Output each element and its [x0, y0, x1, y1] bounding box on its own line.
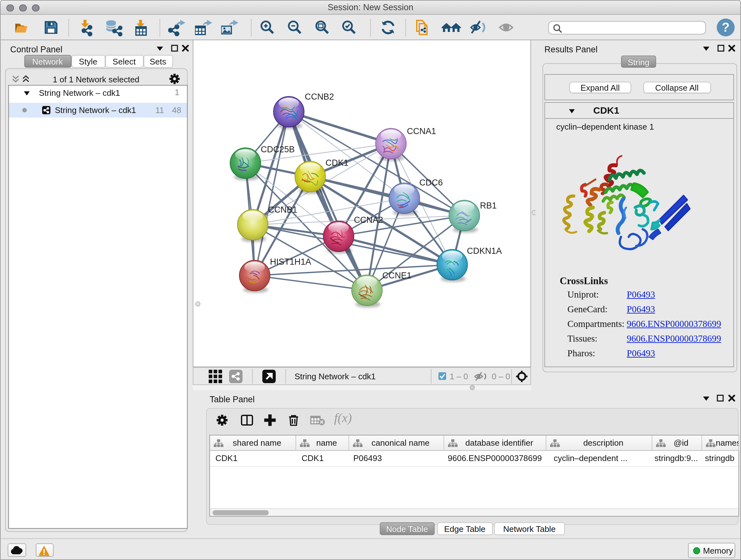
svg-text:RB1: RB1 — [480, 201, 497, 210]
svg-text:CCNB1: CCNB1 — [268, 205, 297, 214]
svg-text:HIST1H1A: HIST1H1A — [270, 257, 311, 266]
svg-text:CDK1: CDK1 — [326, 158, 348, 168]
svg-text:CDKN1A: CDKN1A — [467, 246, 502, 256]
svg-text:CCNE1: CCNE1 — [382, 271, 412, 280]
svg-text:?: ? — [722, 20, 730, 34]
svg-text:CCNA1: CCNA1 — [407, 126, 436, 136]
svg-text:CCNB2: CCNB2 — [305, 92, 334, 102]
svg-text:CDC25B: CDC25B — [261, 145, 295, 154]
svg-text:CCNA2: CCNA2 — [354, 215, 383, 225]
svg-text:CDC6: CDC6 — [419, 178, 443, 187]
